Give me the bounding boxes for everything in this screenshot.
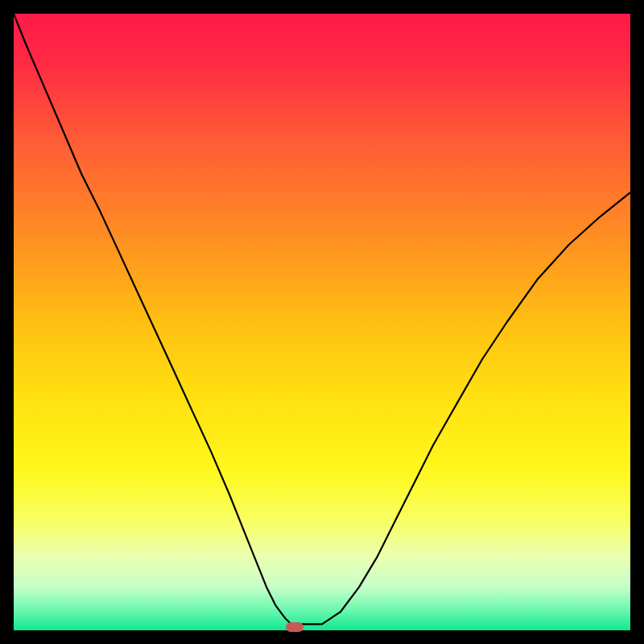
optimum-marker bbox=[286, 622, 303, 632]
gradient-background bbox=[14, 14, 630, 630]
plot-frame: TheBottleneck.com bbox=[14, 14, 630, 630]
plot-svg bbox=[14, 14, 630, 630]
